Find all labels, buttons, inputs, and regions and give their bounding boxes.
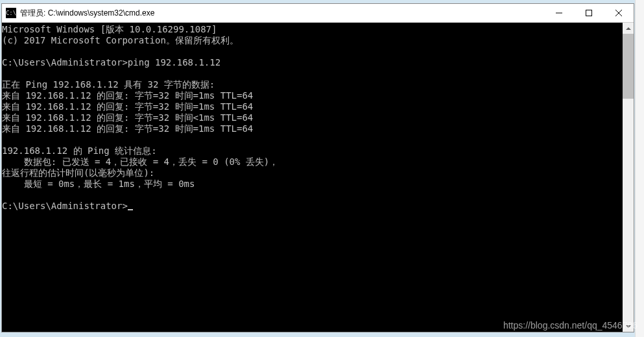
minimize-button[interactable] <box>544 4 574 22</box>
cursor <box>128 209 133 210</box>
titlebar[interactable]: C:\ 管理员: C:\windows\system32\cmd.exe <box>2 4 634 23</box>
scroll-up-button[interactable] <box>623 23 634 34</box>
chevron-up-icon <box>626 27 631 30</box>
maximize-icon <box>586 10 592 16</box>
watermark-text: https://blog.csdn.net/qq_4546706 <box>503 320 638 331</box>
maximize-button[interactable] <box>574 4 604 22</box>
vertical-scrollbar[interactable] <box>623 23 634 332</box>
window-controls <box>544 4 634 22</box>
close-button[interactable] <box>604 4 634 22</box>
svg-rect-1 <box>586 10 592 16</box>
close-icon <box>615 10 622 16</box>
scroll-thumb[interactable] <box>623 34 634 99</box>
svg-marker-4 <box>626 27 631 30</box>
cmd-window: C:\ 管理员: C:\windows\system32\cmd.exe Mic… <box>1 3 634 332</box>
cmd-icon: C:\ <box>6 8 16 18</box>
window-title: 管理员: C:\windows\system32\cmd.exe <box>20 8 544 19</box>
scroll-track[interactable] <box>623 34 634 321</box>
terminal-output[interactable]: Microsoft Windows [版本 10.0.16299.1087] (… <box>2 23 623 332</box>
terminal-area: Microsoft Windows [版本 10.0.16299.1087] (… <box>2 23 634 332</box>
minimize-icon <box>556 10 562 16</box>
right-panel-edge <box>635 0 644 337</box>
